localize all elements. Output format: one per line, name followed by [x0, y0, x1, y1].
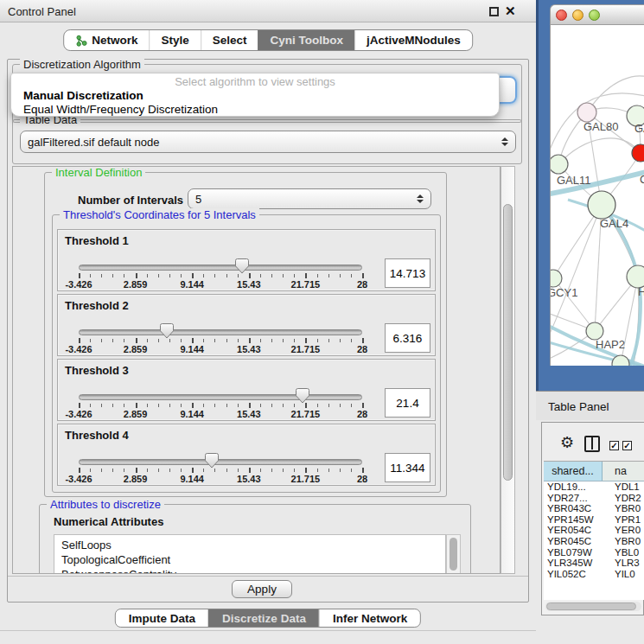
slider-tick	[181, 339, 182, 342]
slider-thumb[interactable]	[296, 388, 309, 404]
table-cell[interactable]: YDR27...	[544, 493, 603, 504]
table-cell[interactable]: YPR145W	[544, 514, 603, 526]
network-node[interactable]	[551, 155, 568, 174]
dropdown-prompt: Select algorithm to view settings	[11, 75, 499, 89]
close-icon[interactable]: ✕	[505, 3, 516, 19]
network-icon	[75, 35, 87, 47]
slider-tick	[90, 404, 91, 407]
table-cell[interactable]: YBR043C	[544, 503, 603, 514]
slider-thumb[interactable]	[235, 258, 249, 274]
gear-icon[interactable]: ⚙	[560, 435, 574, 450]
slider-tick	[226, 404, 227, 407]
tab-jactivemnodules[interactable]: jActiveMNodules	[354, 30, 472, 50]
table-cell[interactable]: YER054C	[544, 525, 603, 536]
table-cell[interactable]: YIL0	[603, 569, 644, 580]
table-cell[interactable]: YBR0	[603, 536, 644, 547]
tab-discretize-data[interactable]: Discretize Data	[208, 609, 319, 627]
column-header-shared-name[interactable]: shared...	[544, 462, 603, 481]
slider-tick	[271, 404, 272, 407]
node-attribute-table[interactable]: shared...naYDL19...YDL1YDR27...YDR2YBR04…	[544, 461, 644, 600]
checkbox-icon[interactable]: ✓	[609, 441, 619, 450]
slider-tick	[112, 404, 113, 407]
dropdown-item[interactable]: Equal Width/Frequency Discretization	[11, 103, 499, 117]
numerical-attributes-list[interactable]: SelfLoopsTopologicalCoefficientBetweenne…	[54, 534, 446, 574]
table-row[interactable]: YBL079WYBL0	[544, 547, 644, 558]
table-horizontal-scrollbar[interactable]	[545, 602, 641, 611]
attributes-list-scrollbar[interactable]	[446, 534, 461, 574]
slider-tick	[317, 404, 318, 407]
network-node[interactable]	[588, 191, 615, 219]
column-header-name[interactable]: na	[603, 462, 644, 481]
table-cell[interactable]: YPR1	[603, 514, 644, 526]
table-cell[interactable]: YDL1	[603, 481, 644, 493]
slider-tick-label: 2.859	[124, 409, 148, 419]
split-columns-icon[interactable]	[584, 436, 600, 452]
table-data-combobox[interactable]: galFiltered.sif default node	[20, 131, 516, 153]
zoom-traffic-light-icon[interactable]	[589, 10, 600, 21]
network-canvas[interactable]: GAL80GACGAL11GAL4GCY1HHAP2	[550, 25, 644, 366]
apply-button[interactable]: Apply	[232, 580, 292, 598]
scrollbar-thumb[interactable]	[546, 603, 636, 610]
scrollbar-thumb[interactable]	[503, 204, 513, 481]
table-cell[interactable]: YBR0	[603, 503, 644, 514]
tab-style[interactable]: Style	[149, 30, 200, 50]
slider-track[interactable]	[79, 329, 362, 335]
network-node[interactable]	[577, 103, 596, 122]
table-cell[interactable]: YER0	[603, 525, 644, 536]
float-window-icon[interactable]	[489, 7, 499, 16]
slider-tick	[351, 274, 352, 277]
slider-tick	[238, 404, 239, 407]
table-cell[interactable]: YLR3	[603, 558, 644, 569]
table-row[interactable]: YBR045CYBR0	[544, 536, 644, 547]
slider-track[interactable]	[79, 394, 362, 400]
table-row[interactable]: YLR345WYLR3	[544, 558, 644, 569]
table-row[interactable]: YBR043CYBR0	[544, 503, 644, 514]
table-cell[interactable]: YLR345W	[544, 558, 603, 569]
settings-vertical-scrollbar[interactable]	[501, 166, 515, 574]
network-node[interactable]	[586, 322, 603, 340]
table-row[interactable]: YPR145WYPR1	[544, 514, 644, 526]
slider-thumb[interactable]	[160, 323, 174, 339]
threshold-value-box[interactable]: 11.344	[385, 453, 430, 482]
threshold-value-box[interactable]: 14.713	[385, 258, 430, 288]
number-of-intervals-combobox[interactable]: 5	[188, 188, 431, 209]
slider-tick	[260, 339, 261, 342]
minimize-traffic-light-icon[interactable]	[572, 10, 583, 21]
attribute-list-item[interactable]: BetweennessCentrality	[61, 567, 445, 574]
table-row[interactable]: YDL19...YDL1	[544, 481, 644, 493]
tab-impute-data[interactable]: Impute Data	[116, 609, 208, 627]
attribute-list-item[interactable]: SelfLoops	[61, 538, 445, 552]
network-node[interactable]	[632, 144, 644, 162]
table-cell[interactable]: YDR2	[603, 493, 644, 504]
table-row[interactable]: YER054CYER0	[544, 525, 644, 536]
table-cell[interactable]: YBR045C	[544, 536, 603, 547]
tab-cyni-toolbox[interactable]: Cyni Toolbox	[258, 30, 355, 50]
threshold-value-box[interactable]: 6.316	[385, 323, 430, 353]
table-cell[interactable]: YBL079W	[544, 547, 603, 558]
network-graph[interactable]: GAL80GACGAL11GAL4GCY1HHAP2	[551, 25, 644, 366]
tab-network[interactable]: Network	[64, 30, 149, 50]
application-root: Control Panel ✕ NetworkStyleSelectCyni T…	[0, 0, 644, 644]
threshold-value-box[interactable]: 21.4	[385, 388, 430, 418]
slider-tick	[226, 339, 227, 342]
table-cell[interactable]: YDL19...	[544, 481, 603, 493]
slider-track[interactable]	[79, 459, 362, 465]
numerical-attributes-label: Numerical Attributes	[54, 515, 163, 528]
checkbox-icon[interactable]: ✓	[622, 441, 632, 450]
network-node[interactable]	[551, 270, 562, 287]
tab-infer-network[interactable]: Infer Network	[319, 609, 420, 627]
table-cell[interactable]: YIL052C	[544, 569, 603, 580]
slider-track[interactable]	[79, 265, 362, 271]
attribute-list-item[interactable]: TopologicalCoefficient	[61, 552, 445, 567]
table-cell[interactable]: YBL0	[603, 547, 644, 558]
close-traffic-light-icon[interactable]	[556, 10, 567, 21]
dropdown-item[interactable]: Manual Discretization	[11, 89, 499, 103]
table-row[interactable]: YIL052CYIL0	[544, 569, 644, 580]
table-row[interactable]: YDR27...YDR2	[544, 493, 644, 504]
scrollbar-thumb[interactable]	[450, 538, 457, 571]
slider-tick	[305, 273, 307, 278]
tab-select[interactable]: Select	[201, 30, 258, 50]
right-column: GAL80GACGAL11GAL4GCY1HHAP2 Table Panel ⚙…	[536, 0, 644, 644]
table-panel-toolbar: ⚙ ✓ ✓	[542, 423, 644, 461]
slider-thumb[interactable]	[205, 453, 219, 469]
